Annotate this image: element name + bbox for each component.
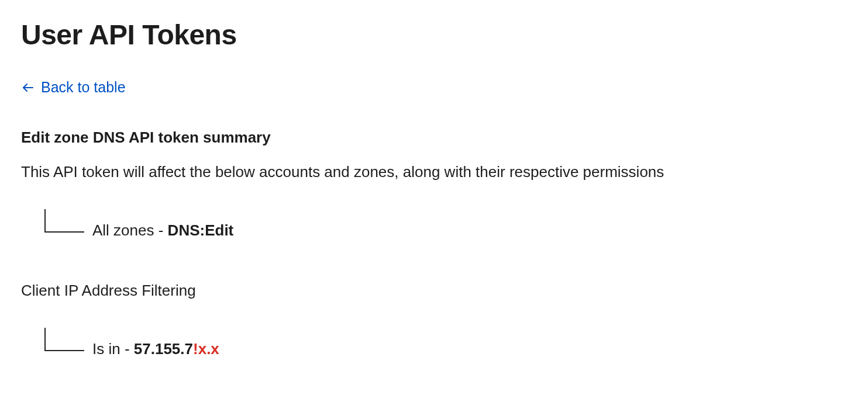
permission-value: DNS:Edit [168,221,234,239]
permission-label: All zones - DNS:Edit [92,221,233,240]
back-to-table-link[interactable]: Back to table [21,79,126,96]
ip-filter-tree-item: Is in - 57.155.7!x.x [44,328,847,358]
page-title: User API Tokens [21,19,847,51]
ip-filter-label: Is in - 57.155.7!x.x [92,340,219,358]
back-link-label: Back to table [41,79,126,96]
permission-tree-item: All zones - DNS:Edit [44,209,847,240]
summary-description: This API token will affect the below acc… [21,163,847,181]
summary-title: Edit zone DNS API token summary [21,129,847,147]
permission-separator: - [154,221,168,239]
ip-filtering-label: Client IP Address Filtering [21,282,847,300]
ip-filter-condition: Is in [92,340,120,358]
permission-scope: All zones [92,221,154,239]
tree-connector-icon [44,209,84,233]
tree-connector-icon [44,328,84,351]
ip-prefix: 57.155.7 [134,340,193,358]
arrow-left-icon [21,81,35,95]
ip-filter-separator: - [120,340,134,358]
ip-redacted: !x.x [193,340,219,358]
